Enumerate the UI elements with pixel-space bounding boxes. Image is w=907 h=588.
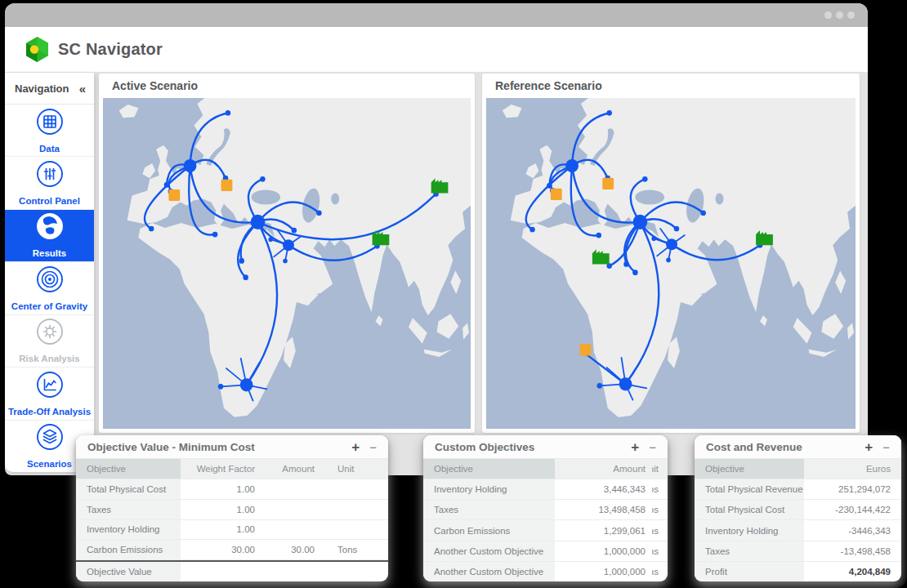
table-cell: Total Physical Cost [76, 479, 181, 499]
column-header: Unit [652, 459, 668, 479]
table-cell: Tons [652, 520, 668, 540]
sc-navigator-logo-icon [25, 36, 50, 63]
navigation-sidebar: Navigation « DataControl PanelResultsCen… [5, 73, 94, 472]
sidebar-item-risk-analysis: Risk Analysis [5, 315, 94, 368]
map-panel-title: Reference Scenario [482, 74, 860, 98]
table-footer-row: Profit4,204,849 [695, 562, 901, 581]
sidebar-item-trade-off-analysis[interactable]: Trade-Off Analysis [5, 368, 94, 420]
table-row: Carbon Emissions1,299,061Tons [423, 520, 668, 541]
sun-icon [35, 317, 65, 350]
table-footer-row: Objective Value-247,089,223 [76, 560, 388, 581]
chart-icon [35, 370, 65, 403]
globe-icon [35, 212, 65, 244]
column-header: Amount [555, 459, 652, 479]
three-dots-menu-icon[interactable] [820, 11, 855, 19]
table-cell: 1,299,061 [555, 520, 652, 540]
target-icon [35, 265, 65, 297]
table-cell: Taxes [423, 500, 555, 519]
table-footer-value: 4,204,849 [804, 562, 901, 581]
table-row: Another Custom Objective1,000,000Tons [423, 562, 668, 581]
sidebar-header: Navigation « [5, 73, 94, 105]
table-cell: 251,294,072 [804, 479, 901, 499]
table-row: Carbon Emissions30.0030.00Tons-38971,830 [76, 540, 388, 560]
remove-row-button[interactable]: − [882, 441, 890, 453]
add-row-button[interactable]: + [631, 440, 639, 454]
table-cell [321, 562, 388, 581]
table-card-header: Cost and Revenue+− [695, 435, 901, 459]
sidebar-item-results[interactable]: Results [5, 210, 94, 262]
warehouse-square [551, 189, 562, 200]
layers-icon [35, 422, 65, 455]
table-cell: Taxes [76, 500, 181, 519]
sidebar-item-label: Trade-Off Analysis [7, 407, 92, 417]
sidebar-item-label: Results [31, 248, 69, 259]
screenshot-canvas: SC Navigator Navigation « DataControl Pa… [0, 0, 907, 588]
table-cell: 1.00 [181, 479, 261, 499]
warehouse-square [221, 180, 233, 191]
table-cell: Profit [695, 562, 804, 581]
table-cell [181, 562, 261, 581]
table-cell: Carbon Emissions [76, 540, 181, 559]
table-cell: 30.00 [261, 540, 321, 559]
reference-scenario-map[interactable] [486, 98, 856, 429]
table-row: Total Physical Cost1.00-230,144,422 [76, 479, 388, 500]
table-cell: 3,446,343 [555, 479, 652, 499]
table-cell [261, 520, 321, 540]
table-cell [321, 520, 388, 540]
column-header: Objective [76, 459, 181, 479]
table-row: Another Custom Objective1,000,000Tons [423, 541, 668, 562]
table-title: Custom Objectives [435, 441, 631, 453]
table-cell: -13,498,458 [804, 541, 901, 561]
table-cell: 13,498,458 [555, 500, 652, 519]
table-cell: Tons [652, 562, 668, 581]
table-title: Cost and Revenue [706, 441, 865, 453]
map-panel-reference: Reference Scenario [482, 74, 860, 433]
table-cell: Inventory Holding [423, 479, 555, 499]
column-header: Objective [695, 459, 804, 479]
table-cell: 1,000,000 [555, 562, 652, 581]
table-header-row: ObjectiveEuros [695, 459, 901, 479]
warehouse-square [579, 344, 591, 355]
table-card-header: Objective Value - Minimum Cost+− [76, 435, 388, 459]
table-row: Inventory Holding-3446,343 [695, 520, 901, 541]
column-header: Unit [321, 459, 388, 479]
sidebar-item-label: Scenarios [25, 459, 74, 470]
window-titlebar [5, 3, 868, 27]
table-cell: Euros [652, 500, 668, 519]
column-header: Amount [261, 459, 321, 479]
app-title: SC Navigator [58, 40, 163, 59]
sidebar-item-control-panel[interactable]: Control Panel [5, 157, 94, 209]
table-cell [321, 500, 388, 519]
table-cell: Inventory Holding [76, 520, 181, 540]
remove-row-button[interactable]: − [369, 441, 377, 453]
table-cell [321, 479, 388, 499]
table-cell: Tons [652, 541, 668, 561]
sidebar-item-data[interactable]: Data [5, 105, 94, 157]
sidebar-item-center-of-gravity[interactable]: Center of Gravity [5, 262, 94, 314]
table-cell: 1.00 [181, 500, 261, 519]
table-cell: Total Physical Revenue [695, 479, 804, 499]
add-row-button[interactable]: + [351, 440, 360, 454]
table-row: Taxes13,498,458Euros [423, 500, 668, 520]
sidebar-item-label: Risk Analysis [17, 354, 81, 364]
browser-window: SC Navigator Navigation « DataControl Pa… [5, 3, 868, 475]
sidebar-item-label: Center of Gravity [10, 301, 89, 312]
collapse-sidebar-icon[interactable]: « [79, 82, 84, 96]
table-cell: 30.00 [181, 540, 261, 559]
table-title: Objective Value - Minimum Cost [87, 441, 351, 453]
warehouse-square [602, 178, 614, 189]
sidebar-title: Navigation [15, 82, 69, 95]
table-card: Objective Value - Minimum Cost+−Objectiv… [76, 435, 388, 581]
table-card: Custom Objectives+−ObjectiveAmountUnitIn… [423, 435, 668, 581]
table-cell: Another Custom Objective [423, 562, 555, 581]
grid-icon [35, 107, 65, 140]
map-panel-title: Active Scenario [99, 74, 475, 98]
remove-row-button[interactable]: − [649, 441, 656, 453]
table-header-row: ObjectiveAmountUnit [423, 459, 668, 479]
table-row: Taxes1.00-13,498,458 [76, 500, 388, 520]
table-cell: Taxes [695, 541, 804, 561]
column-header: Weight Factor [181, 459, 261, 479]
column-header: Euros [804, 459, 901, 479]
add-row-button[interactable]: + [865, 440, 873, 454]
active-scenario-map[interactable] [103, 98, 471, 429]
